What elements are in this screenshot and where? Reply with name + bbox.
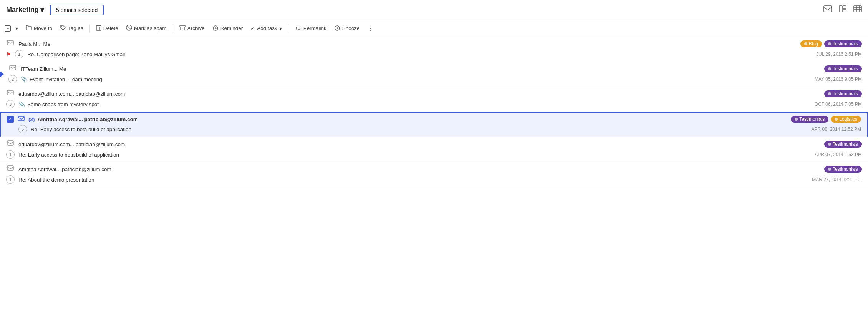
move-to-button[interactable]: Move to [23,23,55,33]
selected-checkbox[interactable]: ✓ [7,116,14,123]
tag-blog: Blog [800,40,822,47]
thread-count: 5 [18,125,27,133]
email-thread[interactable]: Paula M... Me Blog Testimonials ⚑ 1 Re. … [0,37,868,62]
checkmark-icon: ✓ [250,25,255,32]
tag-as-label: Tag as [68,25,83,31]
add-task-button[interactable]: ✓ Add task ▾ [247,24,285,33]
thread-subject: Re. Comparison page: Zoho Mail vs Gmail [27,52,812,57]
select-all-checkbox[interactable]: − [5,25,11,32]
permalink-label: Permalink [303,25,326,31]
tag-icon [60,25,66,32]
tag-testimonials: Testimonials [824,65,862,72]
svg-rect-3 [843,9,846,12]
thread-row: 1 Re: About the demo presentation MAR 27… [0,174,868,187]
thread-header: ✓ (2) Amritha Agrawal... patriciab@zillu… [1,113,867,123]
thread-header: Paula M... Me Blog Testimonials [0,37,868,48]
thread-date: APR 07, 2014 1:53 PM [815,152,862,157]
email-thread[interactable]: eduardov@zillum.com... patriciab@zillum.… [0,137,868,162]
thread-row: 5 Re: Early access to beta build of appl… [1,123,867,137]
dropdown-chevron[interactable]: ▾ [12,24,21,33]
top-bar: Marketing ▾ 5 emails selected [0,0,868,20]
folder-icon [26,25,32,32]
delete-button[interactable]: Delete [93,23,121,33]
selected-count-badge: 5 emails selected [50,5,104,15]
svg-rect-18 [10,65,16,70]
svg-rect-22 [7,166,13,170]
email-thread[interactable]: ITTeam Zillum... Me Testimonials 2 📎 Eve… [0,62,868,87]
reminder-button[interactable]: Reminder [209,23,246,33]
svg-rect-10 [96,26,101,30]
email-icon [18,116,25,123]
thread-row: 1 Re: Early access to beta build of appl… [0,149,868,162]
sender-name: eduardov@zillum.com... patriciab@zillum.… [18,91,820,97]
folder-selector[interactable]: Marketing ▾ [6,6,44,14]
email-thread[interactable]: eduardov@zillum.com... patriciab@zillum.… [0,87,868,112]
spam-icon [126,25,132,32]
thread-count: 1 [15,50,23,58]
email-view-icon[interactable] [823,5,832,14]
chevron-down-icon: ▾ [15,25,18,32]
reminder-label: Reminder [220,25,243,31]
thread-header: ITTeam Zillum... Me Testimonials [0,62,868,73]
thread-row: ⚑ 1 Re. Comparison page: Zoho Mail vs Gm… [0,48,868,62]
top-right-actions [823,5,862,14]
thread-subject: Re: Early access to beta build of applic… [31,127,808,132]
checkbox-icon: − [5,25,11,32]
snooze-button[interactable]: Snooze [331,23,363,33]
sender-name: Amritha Agrawal... patriciab@zillum.com [18,167,820,172]
add-task-label: Add task [257,25,277,31]
folder-chevron-icon: ▾ [40,6,44,14]
svg-rect-17 [7,40,13,45]
snooze-icon [334,25,340,32]
svg-rect-1 [839,6,842,12]
thread-header: Amritha Agrawal... patriciab@zillum.com … [0,162,868,174]
move-to-label: Move to [34,25,52,31]
email-thread[interactable]: Amritha Agrawal... patriciab@zillum.com … [0,162,868,187]
split-view-icon[interactable] [839,5,846,14]
thread-subject: 📎 Some snaps from mystery spot [18,101,811,107]
avatar-icon [6,90,15,98]
thread-date: OCT 06, 2014 7:05 PM [815,102,862,107]
sender-name: Paula M... Me [18,41,797,47]
thread-date: MAY 05, 2016 9:05 PM [815,77,862,82]
tag-testimonials: Testimonials [824,166,862,173]
thread-row: 3 📎 Some snaps from mystery spot OCT 06,… [0,98,868,112]
tag-logistics: Logistics [831,116,861,123]
sender-name: ITTeam Zillum... Me [21,66,820,72]
trash-icon [96,25,101,32]
tag-testimonials: Testimonials [824,90,862,97]
clock-icon [212,25,219,32]
tag-testimonials: Testimonials [824,141,862,148]
svg-rect-20 [18,116,24,121]
thread-date: APR 08, 2014 12:52 PM [812,127,861,132]
svg-rect-2 [843,6,846,8]
archive-button[interactable]: Archive [176,23,208,33]
tag-list: Testimonials [824,141,862,148]
unread-count: (2) [28,117,35,122]
email-thread-selected[interactable]: ✓ (2) Amritha Agrawal... patriciab@zillu… [0,112,868,137]
thread-subject: Re: Early access to beta build of applic… [18,152,811,158]
thread-count: 1 [6,150,15,159]
svg-rect-21 [7,141,13,145]
tag-list: Testimonials [824,166,862,173]
thread-subject: Re: About the demo presentation [18,177,808,183]
sender-name: eduardov@zillum.com... patriciab@zillum.… [18,142,820,147]
avatar-icon [6,140,15,148]
snooze-label: Snooze [342,25,360,31]
thread-date: JUL 29, 2016 2:51 PM [816,52,862,57]
tag-as-button[interactable]: Tag as [57,23,86,33]
tag-list: Testimonials [824,90,862,97]
mark-as-spam-button[interactable]: Mark as spam [123,23,170,33]
table-view-icon[interactable] [853,5,862,14]
svg-point-9 [61,26,62,27]
corner-marker [0,71,4,77]
thread-count: 2 [8,75,17,83]
permalink-button[interactable]: Permalink [292,24,330,33]
thread-header: eduardov@zillum.com... patriciab@zillum.… [0,137,868,149]
folder-name-label: Marketing [6,6,39,14]
action-toolbar: − ▾ Move to Tag as Delete Mark as spam A… [0,20,868,37]
attachment-icon: 📎 [18,101,25,107]
more-options-button[interactable]: ⋮ [364,24,376,33]
tag-list: Testimonials [824,65,862,72]
thread-count: 3 [6,100,15,108]
